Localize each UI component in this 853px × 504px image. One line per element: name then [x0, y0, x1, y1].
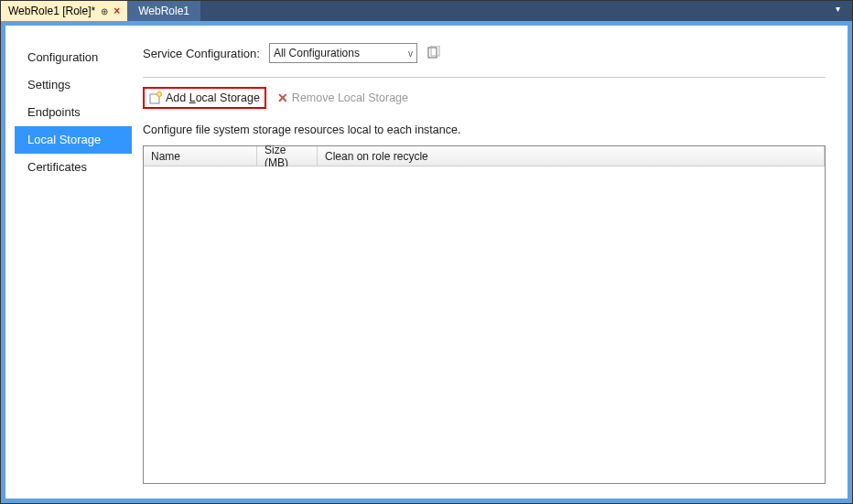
add-button-label: Add Local Storage	[166, 91, 260, 104]
add-icon	[149, 91, 162, 104]
tab-webrole1[interactable]: WebRole1	[127, 1, 200, 21]
tab-webrole1-role[interactable]: WebRole1 [Role]* ⊕ ×	[1, 1, 127, 21]
sidebar-item-endpoints[interactable]: Endpoints	[15, 99, 132, 126]
delete-icon: ✕	[277, 91, 288, 105]
add-local-storage-button[interactable]: Add Local Storage	[143, 87, 266, 109]
service-config-select[interactable]: All Configurations v	[269, 43, 417, 63]
description-text: Configure file system storage resources …	[143, 123, 826, 136]
sidebar-item-certificates[interactable]: Certificates	[15, 154, 132, 181]
tab-strip: WebRole1 [Role]* ⊕ × WebRole1 ▾	[1, 1, 852, 21]
toolbar: Add Local Storage ✕ Remove Local Storage	[143, 87, 826, 109]
pin-icon[interactable]: ⊕	[101, 6, 108, 16]
editor-window: WebRole1 [Role]* ⊕ × WebRole1 ▾ Configur…	[0, 0, 853, 504]
column-size[interactable]: Size (MB)	[257, 146, 318, 166]
tab-overflow-icon[interactable]: ▾	[836, 4, 847, 15]
remove-local-storage-button: ✕ Remove Local Storage	[275, 88, 410, 108]
content-frame: Configuration Settings Endpoints Local S…	[1, 21, 852, 503]
service-config-label: Service Configuration:	[143, 47, 260, 60]
main-panel: Service Configuration: All Configuration…	[132, 40, 831, 484]
grid-body[interactable]	[144, 166, 825, 483]
grid-header: Name Size (MB) Clean on role recycle	[144, 146, 825, 166]
service-config-row: Service Configuration: All Configuration…	[143, 40, 826, 66]
divider	[143, 77, 826, 78]
tab-label: WebRole1	[138, 5, 189, 17]
sidebar: Configuration Settings Endpoints Local S…	[15, 40, 132, 484]
column-name[interactable]: Name	[144, 146, 257, 166]
close-icon[interactable]: ×	[113, 5, 120, 17]
chevron-down-icon: v	[408, 48, 413, 59]
tab-label: WebRole1 [Role]*	[8, 5, 95, 17]
sidebar-item-configuration[interactable]: Configuration	[15, 44, 132, 71]
storage-grid[interactable]: Name Size (MB) Clean on role recycle	[143, 145, 826, 484]
sidebar-item-local-storage[interactable]: Local Storage	[15, 126, 132, 154]
manage-config-icon[interactable]	[426, 46, 441, 60]
column-clean[interactable]: Clean on role recycle	[318, 146, 825, 166]
sidebar-item-settings[interactable]: Settings	[15, 71, 132, 99]
service-config-value: All Configurations	[274, 47, 360, 59]
remove-button-label: Remove Local Storage	[292, 91, 408, 104]
